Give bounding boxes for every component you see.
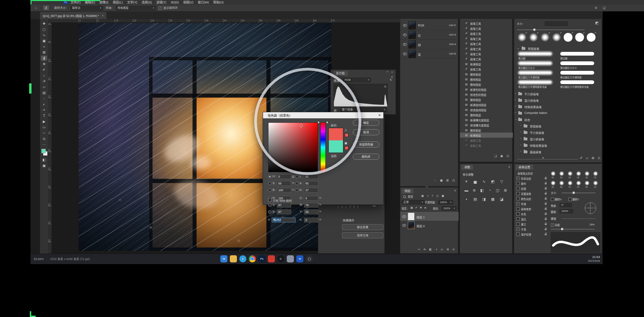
- lasso-tool[interactable]: ∿: [41, 33, 47, 38]
- brush-option-row[interactable]: 双重画笔: [514, 191, 549, 196]
- taskbar-photoshop-button[interactable]: Ps: [258, 255, 265, 262]
- history-step[interactable]: ▤新建曲线图层: [460, 102, 513, 107]
- taskbar-start-button[interactable]: ⊞: [220, 255, 227, 262]
- history-step[interactable]: ✐画笔工具: [460, 138, 513, 143]
- lock-icon-3[interactable]: ◈: [424, 206, 426, 209]
- panel-menu-icon[interactable]: ≡: [454, 189, 456, 192]
- eyedropper-options-icon[interactable]: ∮: [43, 5, 49, 10]
- option-checkbox[interactable]: [516, 197, 520, 200]
- spacing-knob[interactable]: [561, 228, 563, 230]
- field-radio[interactable]: [268, 189, 271, 192]
- link-layers-icon[interactable]: ∞: [417, 248, 421, 251]
- eyedropper-tool[interactable]: ∮: [41, 56, 47, 61]
- brush-tip[interactable]: [576, 171, 581, 176]
- soft-round-brush[interactable]: ✐: [541, 33, 549, 42]
- align-icon-5[interactable]: ┤: [357, 205, 359, 208]
- history-step[interactable]: ▤新建曝光度图层: [460, 117, 513, 122]
- field-input[interactable]: 0: [277, 174, 291, 179]
- option-checkbox[interactable]: ✓: [516, 227, 520, 231]
- close-panel-icon[interactable]: ×: [391, 71, 393, 74]
- tip-size-slider[interactable]: [562, 193, 596, 193]
- brush-tool[interactable]: ✐: [41, 67, 47, 72]
- panel-menu-icon[interactable]: ≡: [508, 165, 510, 169]
- brush-stroke-preview[interactable]: [518, 71, 552, 75]
- brush-option-row[interactable]: 纹理: [514, 186, 549, 191]
- brush-scrollbar[interactable]: [517, 159, 578, 160]
- brush-stroke-preview[interactable]: [518, 61, 552, 65]
- menu-item-3[interactable]: 图层(L): [113, 0, 123, 5]
- delete-brush-icon[interactable]: ♺: [598, 156, 600, 160]
- invert-icon[interactable]: ◖: [463, 196, 469, 202]
- brush-option-row[interactable]: 建立: [514, 221, 549, 226]
- soft-round-brush[interactable]: ✐: [529, 33, 538, 42]
- eye-icon[interactable]: [403, 34, 407, 36]
- brush-stroke-preview[interactable]: [560, 71, 594, 75]
- document-tab[interactable]: QAQ_0677.jpg @ 52.8% (图层 1, RGB/8#) * ×: [40, 12, 106, 19]
- foreground-color-swatch[interactable]: [41, 149, 46, 153]
- blur-tool[interactable]: ◌: [41, 96, 47, 101]
- menu-item-6[interactable]: 滤镜(T): [156, 0, 166, 5]
- brush-size-knob[interactable]: [533, 28, 536, 31]
- brush-option-row[interactable]: 湿边: [514, 216, 549, 221]
- flip-x-checkbox[interactable]: [551, 198, 554, 201]
- menu-item-2[interactable]: 图像(I): [100, 0, 109, 5]
- channel-row[interactable]: 绿Ctrl+4: [400, 40, 459, 49]
- history-step[interactable]: ▤修改曝光度图层: [460, 122, 513, 127]
- filter-icon-3[interactable]: ◻: [436, 194, 439, 197]
- hardness-slider[interactable]: [562, 218, 596, 219]
- lock-icon-2[interactable]: ✥: [420, 206, 422, 209]
- eye-icon[interactable]: [403, 24, 407, 27]
- flip-y-checkbox[interactable]: [568, 198, 572, 201]
- brush-tip[interactable]: [576, 181, 581, 185]
- history-step[interactable]: ▤删除图层: [460, 72, 513, 77]
- tip-size-knob[interactable]: [572, 192, 575, 194]
- delete-layer-icon[interactable]: ♺: [451, 248, 456, 251]
- opacity-value[interactable]: 100%▾: [438, 200, 453, 204]
- home-icon[interactable]: ⌂: [33, 5, 39, 10]
- taskbar-ring-app-button[interactable]: ◯: [306, 255, 313, 262]
- hard-round-brush[interactable]: ✐: [575, 33, 584, 42]
- field-input[interactable]: 0: [304, 218, 318, 222]
- new-snapshot-icon[interactable]: ◉: [499, 154, 504, 158]
- menu-item-9[interactable]: 窗口(W): [198, 0, 209, 5]
- brush-tip[interactable]: [568, 181, 572, 185]
- history-step[interactable]: ✐画笔工具: [460, 143, 513, 148]
- taskbar-clock[interactable]: 21:54 2023/3/28: [588, 255, 600, 263]
- option-checkbox[interactable]: [516, 212, 520, 216]
- levels-icon[interactable]: ▅: [472, 179, 478, 184]
- align-icon-1[interactable]: ┬: [341, 205, 343, 208]
- hue-saturation-icon[interactable]: ▬: [463, 187, 469, 193]
- menu-item-7[interactable]: 3D(D): [171, 0, 179, 5]
- eye-icon[interactable]: [402, 215, 406, 218]
- brush-folder-row[interactable]: ›湿介质画笔: [514, 97, 602, 103]
- brightness-contrast-icon[interactable]: ☀: [463, 179, 469, 184]
- hand-tool[interactable]: ☞: [41, 131, 47, 136]
- zoom-level[interactable]: 52.82%: [34, 254, 44, 264]
- history-step[interactable]: ✐画笔工具: [460, 26, 513, 31]
- history-step[interactable]: ▤修改色阶图层: [460, 92, 513, 97]
- brush-folder-row[interactable]: ›常规画笔: [514, 123, 602, 129]
- option-checkbox[interactable]: [516, 233, 520, 236]
- save-selection-icon[interactable]: ▣: [439, 179, 444, 182]
- history-brush-tool[interactable]: ↺: [41, 79, 47, 84]
- caret-down-icon[interactable]: ⌄: [515, 117, 517, 121]
- select-subject-button[interactable]: 选择主体: [342, 232, 383, 238]
- web-only-checkbox[interactable]: [268, 198, 271, 202]
- quick-mask-icon[interactable]: ◧: [41, 157, 47, 162]
- new-brush-from-stroke-icon[interactable]: ✐: [580, 156, 583, 160]
- option-checkbox[interactable]: ✓: [516, 202, 520, 205]
- brush-tip[interactable]: [585, 181, 589, 185]
- brush-option-row[interactable]: 杂色: [514, 211, 549, 216]
- angle-value[interactable]: 0°: [560, 203, 572, 207]
- eye-icon[interactable]: [403, 43, 407, 46]
- caret-right-icon[interactable]: ›: [515, 98, 516, 101]
- roundness-value[interactable]: 100%: [560, 209, 573, 213]
- new-doc-from-state-icon[interactable]: ❏: [493, 154, 498, 158]
- brush-stroke-preview[interactable]: [560, 52, 594, 56]
- filter-search-icon[interactable]: [403, 195, 406, 198]
- refresh-icon[interactable]: ↻: [389, 78, 392, 81]
- option-checkbox[interactable]: [516, 222, 520, 226]
- gradient-map-icon[interactable]: ▦: [490, 196, 496, 202]
- brush-folder-row[interactable]: ›特殊效果画笔: [514, 103, 602, 110]
- taskbar-red-app-button[interactable]: [268, 255, 275, 262]
